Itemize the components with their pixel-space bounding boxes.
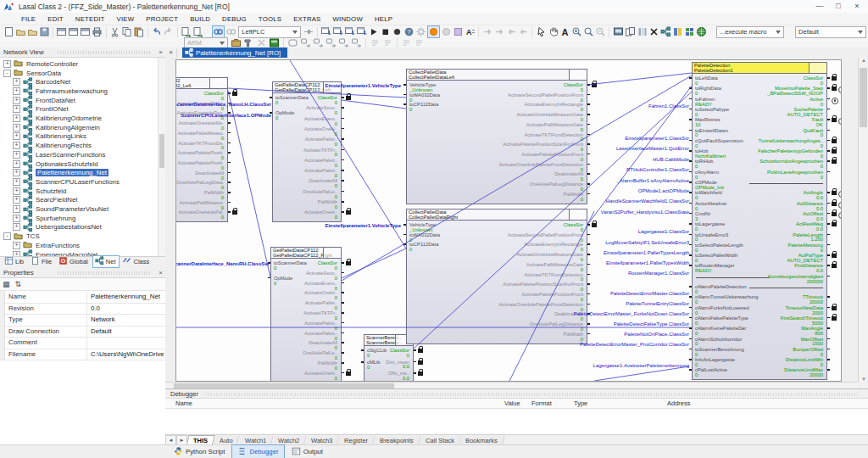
nav-forward-icon[interactable] — [482, 26, 493, 37]
expand-toggle-icon[interactable]: + — [13, 242, 20, 249]
categorize-icon[interactable]: ▦ — [3, 280, 10, 288]
expand-toggle-icon[interactable]: + — [13, 187, 20, 195]
property-value[interactable]: Palettenerkennung_Net — [87, 291, 165, 303]
tree-item-uebergabestationsnet[interactable]: +UebergabestationsNet — [13, 223, 102, 232]
menu-tools[interactable]: TOOLS — [253, 15, 287, 23]
download-plc-icon[interactable] — [320, 26, 331, 37]
ref-label[interactable]: _AlarmBuffer1.sAnyAlarmActive — [617, 178, 689, 183]
disconnect-icon[interactable] — [225, 26, 236, 37]
copy-icon[interactable] — [121, 26, 132, 37]
maximize-button[interactable]: □ — [829, 0, 848, 12]
select-cursor-icon[interactable] — [536, 26, 547, 37]
redo-icon[interactable] — [163, 26, 174, 37]
ref-label[interactable]: Einstellparameter1.VehicleType — [325, 223, 401, 228]
web-globe-icon[interactable] — [696, 26, 707, 37]
settings-gear-icon[interactable] — [415, 26, 426, 37]
menu-file[interactable]: FILE — [15, 15, 42, 23]
network-view-close-icon[interactable]: × — [159, 47, 163, 58]
import-page-icon[interactable] — [192, 26, 203, 37]
pan-hand-icon[interactable] — [548, 26, 559, 37]
autoformat-icon[interactable]: A — [465, 26, 476, 37]
ref-label[interactable]: LogMoverSafetyIF1.SetUnsafeError3 — [605, 240, 689, 245]
window-cascade-icon[interactable] — [68, 26, 79, 37]
bottom-tab-output[interactable]: Output — [287, 445, 328, 458]
object-info-icon[interactable] — [637, 26, 648, 37]
ref-label[interactable]: LaserInterfaceMaster1.QuitError — [616, 146, 689, 151]
editor-tab[interactable]: Palettenerkennung_Net [RO] — [182, 47, 287, 58]
menu-build[interactable]: BUILD — [184, 15, 216, 23]
fb-block-cp112-left[interactable]: GetPalletDataCP112GetPalletDataCP112_Lef… — [272, 81, 342, 222]
ref-label[interactable]: HandleScannerWatchfield1.ClassSvr — [606, 198, 689, 204]
expand-toggle-icon[interactable]: + — [13, 223, 20, 231]
canvas-vertical-scrollbar[interactable]: ▲▼ — [858, 58, 868, 382]
fb-block-cp112-right[interactable]: GetPalletDataCP112GetPalletDataCP112_Rig… — [270, 247, 342, 382]
online-mode-icon[interactable] — [427, 25, 440, 38]
object-color-icon[interactable] — [453, 26, 464, 37]
property-value[interactable]: 0.0 — [87, 303, 165, 315]
fb-block-palette-detection[interactable]: PaletteDetectionPaletteDetection1toLeftD… — [692, 62, 827, 380]
hardware-screen-icon[interactable] — [613, 26, 624, 37]
expand-toggle-icon[interactable]: + — [13, 124, 20, 131]
expand-toggle-icon[interactable]: + — [13, 132, 20, 140]
expand-toggle-icon[interactable]: + — [13, 196, 20, 204]
cut-icon[interactable] — [109, 26, 120, 37]
fb-block-collect-left[interactable]: CollectPalletDataCollectPalletDataLeftVe… — [406, 69, 587, 204]
ref-label[interactable]: PaletteDetectErrorMaster_ForksNotDown.Cl… — [574, 311, 689, 316]
editor-close-button[interactable]: × — [165, 48, 177, 58]
columns-tool-icon[interactable] — [672, 26, 683, 37]
close-button[interactable]: × — [848, 0, 866, 12]
run-icon[interactable] — [368, 26, 379, 37]
zoom-tool-icon[interactable] — [583, 26, 594, 37]
help-icon[interactable]: ? — [403, 26, 415, 37]
property-value[interactable]: Network — [87, 314, 165, 326]
export-page-icon[interactable] — [181, 26, 192, 37]
ref-label[interactable]: RTHubController1.ClassSvr — [626, 167, 689, 172]
debugger-column-type[interactable]: Type — [574, 399, 587, 407]
fb-block-collect-right[interactable]: CollectPalletDataCollectPalletDataRightV… — [406, 209, 587, 344]
stop-icon[interactable] — [380, 26, 391, 37]
tree-item-schutzfeld[interactable]: +Schutzfeld — [13, 187, 66, 196]
zoom-in-icon[interactable] — [571, 26, 582, 37]
record-icon[interactable] — [392, 26, 403, 37]
tree-item-barcodenet[interactable]: +BarcodeNet — [13, 77, 70, 87]
ref-label[interactable]: Einstellparameter1.ClassSvr — [625, 136, 689, 141]
ref-label[interactable]: PaletteTunnelEntryClassSvr — [626, 301, 689, 306]
debugger-column-format[interactable]: Format — [531, 399, 552, 407]
expand-toggle-icon[interactable]: + — [13, 97, 20, 104]
browser-tab-global[interactable]: GGlobal — [56, 255, 92, 268]
undo-icon[interactable] — [151, 26, 162, 37]
menu-netedit[interactable]: NETEDIT — [70, 15, 111, 23]
expand-toggle-icon[interactable]: - — [3, 70, 11, 77]
browser-tab-lib[interactable]: Lib — [2, 255, 28, 268]
property-value[interactable]: C:\Users\NgWi\OneDrive - Melkus — [87, 349, 165, 360]
minimize-button[interactable]: — — [810, 0, 829, 12]
menu-help[interactable]: HELP — [369, 15, 398, 23]
menu-window[interactable]: WINDOW — [327, 15, 369, 23]
connect-plug-icon[interactable] — [303, 26, 314, 37]
tree-item-tcs[interactable]: -TCS — [3, 232, 40, 241]
module-mosaic-icon[interactable] — [684, 26, 695, 37]
delete-x-icon[interactable] — [648, 26, 659, 37]
menu-edit[interactable]: EDIT — [42, 15, 70, 23]
property-value[interactable] — [87, 337, 165, 349]
ref-label[interactable]: ScannerDataInterface_NanoLH.ClassSvr — [175, 102, 271, 107]
menu-project[interactable]: PROJECT — [140, 15, 184, 23]
network-canvas[interactable]: GetPalletDataWVA032GetPalletDataWVA032_L… — [165, 58, 858, 382]
profile-select[interactable]: Default — [795, 26, 866, 38]
expand-toggle-icon[interactable]: + — [13, 151, 20, 159]
nav-back-icon[interactable] — [506, 26, 517, 37]
ref-label[interactable]: PaletteNotOnPlace.ClassSvr — [624, 332, 689, 337]
debugger-column-address[interactable]: Address — [667, 399, 691, 407]
window-new-icon[interactable] — [56, 26, 67, 37]
macro-select[interactable]: ...execute macro — [716, 26, 784, 38]
expand-toggle-icon[interactable]: + — [13, 178, 20, 186]
upload-plc-icon[interactable] — [332, 26, 343, 37]
expand-toggle-icon[interactable]: + — [13, 87, 20, 95]
expand-toggle-icon[interactable]: + — [13, 142, 20, 149]
ref-label[interactable]: Lagergasse1.ClassSvr — [638, 229, 689, 234]
ref-label[interactable]: Einstellparameter1.VehicleType — [325, 83, 401, 88]
open-project-icon[interactable] — [15, 26, 26, 37]
fb-block-wva032-left[interactable]: GetPalletDataWVA032GetPalletDataWVA032_L… — [175, 77, 228, 222]
network-tool-icon[interactable] — [660, 26, 671, 37]
new-file-icon[interactable] — [3, 26, 14, 37]
